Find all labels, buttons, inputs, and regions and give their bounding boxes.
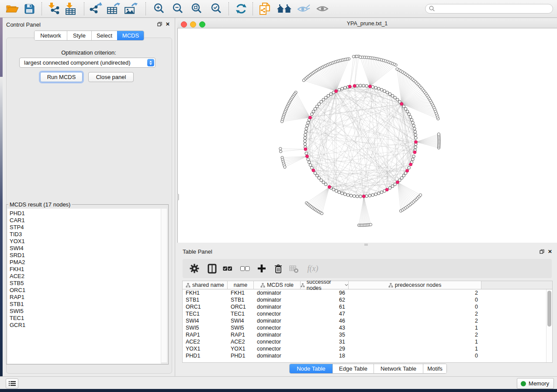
- network-node[interactable]: [414, 130, 417, 133]
- tab-node-table[interactable]: Node Table: [290, 364, 332, 373]
- network-node[interactable]: [344, 193, 347, 196]
- mcds-result-item[interactable]: ACE2: [10, 273, 161, 280]
- tab-select[interactable]: Select: [91, 31, 117, 40]
- network-node[interactable]: [338, 191, 341, 194]
- network-node[interactable]: [322, 98, 325, 101]
- network-node[interactable]: [308, 161, 311, 164]
- network-node[interactable]: [329, 93, 332, 96]
- network-node[interactable]: [304, 140, 307, 143]
- float-panel-icon[interactable]: [539, 248, 545, 254]
- close-panel-icon[interactable]: ×: [165, 21, 171, 27]
- hide-selected-button[interactable]: [296, 2, 311, 16]
- refresh-button[interactable]: [234, 2, 249, 16]
- network-node[interactable]: [356, 55, 358, 58]
- zoom-selected-button[interactable]: [209, 2, 224, 16]
- network-node[interactable]: [356, 195, 359, 198]
- network-node[interactable]: [318, 103, 321, 106]
- mcds-node[interactable]: [305, 155, 308, 158]
- zoom-in-button[interactable]: [152, 2, 166, 16]
- table-row[interactable]: ORC1ORC1dominator610: [183, 303, 552, 310]
- network-node[interactable]: [318, 176, 321, 179]
- tab-motifs[interactable]: Motifs: [423, 364, 446, 373]
- mcds-node[interactable]: [400, 103, 403, 106]
- mcds-result-item[interactable]: STP4: [10, 224, 161, 231]
- table-row[interactable]: STB1STB1dominator620: [183, 296, 552, 303]
- network-node[interactable]: [394, 183, 397, 186]
- mcds-node[interactable]: [414, 141, 417, 144]
- mcds-result-item[interactable]: GCR1: [10, 322, 161, 329]
- delete-table-button[interactable]: [287, 262, 301, 275]
- home-button[interactable]: [276, 2, 293, 16]
- table-scrollbar-thumb[interactable]: [547, 291, 551, 327]
- mcds-node[interactable]: [304, 148, 307, 151]
- network-node[interactable]: [305, 127, 308, 130]
- network-node[interactable]: [284, 165, 286, 168]
- open-session-button[interactable]: [5, 2, 20, 16]
- zoom-out-button[interactable]: [170, 2, 185, 16]
- network-node[interactable]: [314, 172, 317, 175]
- mcds-result-item[interactable]: TID3: [10, 231, 161, 238]
- network-node[interactable]: [359, 195, 362, 198]
- network-node[interactable]: [304, 143, 307, 146]
- mcds-result-item[interactable]: PHD1: [10, 210, 161, 217]
- column-header-name[interactable]: name: [228, 281, 254, 289]
- mcds-node[interactable]: [353, 84, 356, 87]
- network-node[interactable]: [309, 164, 312, 167]
- network-node[interactable]: [341, 192, 344, 195]
- mcds-result-item[interactable]: TEC1: [10, 315, 161, 322]
- export-table-button[interactable]: [106, 2, 121, 16]
- import-network-button[interactable]: [46, 2, 61, 16]
- network-node[interactable]: [388, 93, 391, 96]
- network-node[interactable]: [352, 55, 355, 58]
- network-node[interactable]: [394, 96, 397, 99]
- network-node[interactable]: [374, 193, 377, 196]
- mcds-result-item[interactable]: FKH1: [10, 266, 161, 273]
- close-panel-icon[interactable]: ×: [547, 248, 553, 254]
- table-row[interactable]: SWI5SWI5connector431: [183, 324, 552, 331]
- network-node[interactable]: [410, 118, 413, 121]
- network-node[interactable]: [325, 183, 328, 186]
- network-node[interactable]: [304, 133, 307, 136]
- search-field[interactable]: [425, 4, 553, 14]
- mcds-node[interactable]: [406, 169, 409, 172]
- network-node[interactable]: [304, 137, 307, 140]
- network-node[interactable]: [402, 105, 405, 108]
- network-node[interactable]: [315, 105, 318, 108]
- network-node[interactable]: [412, 121, 415, 124]
- network-node[interactable]: [377, 87, 381, 90]
- mcds-result-scrollbar[interactable]: [161, 209, 167, 362]
- network-scrollbar-thumb[interactable]: [177, 194, 179, 200]
- network-node[interactable]: [307, 121, 310, 124]
- mcds-node[interactable]: [335, 89, 338, 93]
- network-node[interactable]: [359, 56, 362, 58]
- tab-style[interactable]: Style: [67, 31, 91, 40]
- save-session-button[interactable]: [22, 2, 37, 16]
- mcds-result-item[interactable]: SWI5: [10, 308, 161, 315]
- network-node[interactable]: [368, 194, 371, 197]
- network-node[interactable]: [304, 130, 307, 133]
- network-node[interactable]: [412, 158, 415, 161]
- network-node[interactable]: [332, 188, 335, 191]
- network-node[interactable]: [409, 116, 412, 119]
- network-node[interactable]: [374, 86, 377, 89]
- network-node[interactable]: [306, 124, 309, 127]
- export-image-button[interactable]: [123, 2, 138, 16]
- network-node[interactable]: [377, 192, 381, 195]
- network-node[interactable]: [344, 86, 347, 89]
- close-panel-button[interactable]: Close panel: [88, 72, 134, 82]
- mcds-result-item[interactable]: YOX1: [10, 238, 161, 245]
- network-canvas[interactable]: [177, 28, 557, 243]
- mcds-node[interactable]: [413, 151, 416, 154]
- network-node[interactable]: [312, 110, 315, 113]
- network-node[interactable]: [335, 189, 338, 193]
- network-node[interactable]: [383, 89, 386, 93]
- network-node[interactable]: [320, 100, 323, 103]
- export-network-button[interactable]: [88, 2, 103, 16]
- network-node[interactable]: [402, 174, 405, 177]
- run-mcds-button[interactable]: Run MCDS: [40, 72, 83, 82]
- network-node[interactable]: [359, 84, 362, 87]
- network-node[interactable]: [280, 120, 283, 123]
- network-node[interactable]: [437, 133, 440, 135]
- deselect-all-button[interactable]: [239, 262, 252, 275]
- network-node[interactable]: [413, 127, 416, 130]
